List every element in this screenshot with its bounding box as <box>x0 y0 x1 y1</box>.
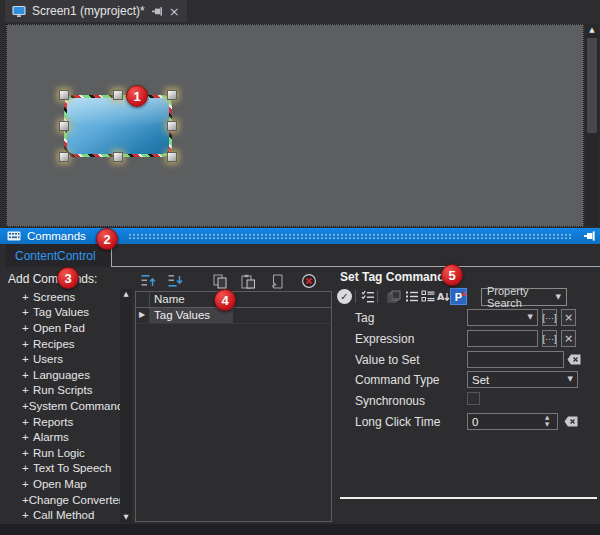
synchronous-label: Synchronous <box>355 394 425 408</box>
toolbar-separator <box>377 290 378 303</box>
commands-panel-header[interactable]: Commands <box>0 228 600 244</box>
callout-badge-2: 2 <box>96 228 118 250</box>
chevron-down-icon: ▼ <box>568 376 573 383</box>
panel-pin-icon[interactable] <box>583 230 596 242</box>
shape-gloss-highlight <box>67 98 169 127</box>
property-search-dropdown-value: Property Search <box>487 285 556 309</box>
property-search-dropdown[interactable]: Property Search ▼ <box>481 288 567 306</box>
add-command-item-change-converter[interactable]: +Change Converter <box>8 492 118 508</box>
tag-clear-button[interactable]: × <box>561 309 576 326</box>
expression-browse-button[interactable]: [···] <box>542 330 557 347</box>
commands-keyboard-icon <box>7 231 21 241</box>
resize-handle-s[interactable] <box>113 152 123 162</box>
move-to-bottom-icon[interactable] <box>167 273 183 289</box>
close-icon[interactable]: × <box>169 5 180 18</box>
resize-handle-ne[interactable] <box>167 90 177 100</box>
add-command-item-run-scripts[interactable]: +Run Scripts <box>8 383 118 399</box>
apply-check-icon[interactable]: ✓ <box>337 289 352 304</box>
commands-table: Name ▶ Tag Values <box>135 291 332 522</box>
command-type-value: Set <box>472 374 489 386</box>
command-type-combo[interactable]: Set ▼ <box>467 371 578 388</box>
tag-browse-button[interactable]: [···] <box>542 309 557 326</box>
long-click-time-label: Long Click Time <box>355 415 440 429</box>
add-command-item-text-to-speech[interactable]: +Text To Speech <box>8 461 118 477</box>
pin-icon[interactable] <box>151 6 163 17</box>
resize-handle-nw[interactable] <box>59 90 69 100</box>
spinner-stepper[interactable]: ▲ ▼ <box>545 415 549 427</box>
backspace-clear-icon[interactable] <box>564 416 578 430</box>
callout-badge-1: 1 <box>126 85 148 107</box>
add-commands-label: Add Commands: <box>8 272 97 286</box>
add-command-item-system-commands[interactable]: +System Commands <box>8 398 118 414</box>
tag-combo[interactable]: ▼ <box>467 309 538 326</box>
callout-badge-4: 4 <box>214 289 236 311</box>
resize-handle-w[interactable] <box>59 121 69 131</box>
commands-panel-title: Commands <box>27 230 86 242</box>
value-to-set-input[interactable] <box>467 351 564 368</box>
expression-input[interactable] <box>467 330 538 347</box>
scroll-down-icon[interactable]: ▼ <box>120 512 132 523</box>
tab-contentcontrol[interactable]: ContentControl <box>6 244 111 267</box>
chevron-down-icon: ▼ <box>528 314 533 321</box>
name-column-header[interactable]: Name <box>154 293 185 305</box>
add-command-item-open-pad[interactable]: +Open Pad <box>8 320 118 336</box>
add-command-item-screens[interactable]: +Screens <box>8 289 118 305</box>
document-tab-bar: Screen1 (myproject)* × <box>0 0 600 22</box>
layers-icon[interactable] <box>385 288 402 305</box>
svg-text:A: A <box>437 291 445 302</box>
document-tab-title: Screen1 (myproject)* <box>32 4 145 18</box>
paste-icon[interactable] <box>240 273 256 289</box>
scroll-up-icon[interactable]: ▲ <box>120 289 132 300</box>
list-view-icon[interactable] <box>403 288 420 305</box>
add-command-item-alarms[interactable]: +Alarms <box>8 429 118 445</box>
delete-command-icon[interactable] <box>269 273 285 289</box>
add-command-item-languages[interactable]: +Languages <box>8 367 118 383</box>
categorized-view-icon[interactable] <box>419 288 436 305</box>
table-row-label[interactable]: Tag Values <box>154 309 210 321</box>
add-command-item-call-method[interactable]: +Call Method <box>8 507 118 523</box>
spinner-down-icon[interactable]: ▼ <box>545 422 549 428</box>
callout-badge-5: 5 <box>441 264 463 286</box>
callout-badge-3: 3 <box>57 267 79 289</box>
add-command-item-open-map[interactable]: +Open Map <box>8 476 118 492</box>
add-command-item-tag-values[interactable]: +Tag Values <box>8 305 118 321</box>
scrollbar-thumb[interactable] <box>587 38 597 133</box>
move-to-top-icon[interactable] <box>140 273 156 289</box>
document-tab[interactable]: Screen1 (myproject)* × <box>5 0 187 22</box>
property-panel-title: Set Tag Command <box>340 270 444 284</box>
tag-label: Tag <box>355 311 374 325</box>
p-search-arrow: ▲ <box>461 290 466 296</box>
tab-contentcontrol-label: ContentControl <box>15 249 96 263</box>
expression-label: Expression <box>355 332 414 346</box>
expression-clear-button[interactable]: × <box>561 330 576 347</box>
spinner-up-icon[interactable]: ▲ <box>545 415 549 421</box>
panel-tab-strip: ContentControl <box>0 244 600 267</box>
value-to-set-label: Value to Set <box>355 353 420 367</box>
add-command-item-run-logic[interactable]: +Run Logic <box>8 445 118 461</box>
backspace-clear-icon[interactable] <box>567 354 581 368</box>
panel-splitter-line[interactable] <box>340 497 597 499</box>
expander-icon[interactable]: ▶ <box>139 311 145 319</box>
property-search-toggle-icon[interactable]: P ▲ <box>450 288 467 305</box>
add-command-item-recipes[interactable]: +Recipes <box>8 336 118 352</box>
toolbar-separator <box>355 290 356 303</box>
copy-icon[interactable] <box>212 273 228 289</box>
list-vertical-scrollbar[interactable]: ▲ ▼ <box>120 289 132 523</box>
add-command-item-users[interactable]: +Users <box>8 351 118 367</box>
scroll-up-icon[interactable]: ▲ <box>585 24 599 36</box>
checked-list-icon[interactable] <box>359 288 376 305</box>
selected-shape-selection-border[interactable] <box>64 95 172 157</box>
chevron-down-icon: ▼ <box>556 294 561 301</box>
resize-handle-n[interactable] <box>113 90 123 100</box>
bottom-edge-strip <box>0 524 600 535</box>
canvas-vertical-scrollbar[interactable]: ▲ <box>585 24 599 227</box>
synchronous-checkbox[interactable] <box>467 392 480 405</box>
design-canvas[interactable] <box>6 24 584 227</box>
application-window: Screen1 (myproject)* × ▲ 1 C <box>0 0 600 535</box>
resize-handle-sw[interactable] <box>59 152 69 162</box>
resize-handle-e[interactable] <box>167 121 177 131</box>
add-command-item-reports[interactable]: +Reports <box>8 414 118 430</box>
remove-all-icon[interactable] <box>301 273 317 289</box>
resize-handle-se[interactable] <box>167 152 177 162</box>
table-row[interactable]: ▶ Tag Values <box>136 308 331 324</box>
